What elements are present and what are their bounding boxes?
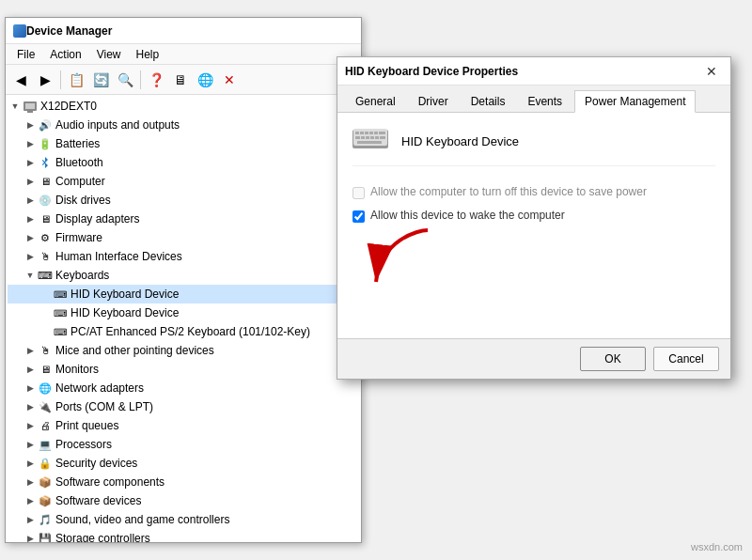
tree-item-softwaredev[interactable]: ▶ Software devices [8, 491, 359, 510]
tree-item-monitors[interactable]: ▶ Monitors [8, 360, 359, 379]
hid-toggle[interactable]: ▶ [23, 249, 38, 264]
svg-rect-1 [25, 103, 35, 109]
tree-item-display[interactable]: ▶ Display adapters [8, 210, 359, 228]
tab-general[interactable]: General [345, 90, 406, 113]
tree-item-hid-keyboard-2[interactable]: ▶ HID Keyboard Device [8, 303, 359, 322]
tree-item-sound[interactable]: ▶ Sound, video and game controllers [8, 510, 359, 529]
ports-label: Ports (COM & LPT) [55, 400, 153, 413]
network-toggle[interactable]: ▶ [23, 381, 38, 396]
menu-help[interactable]: Help [129, 46, 167, 63]
allow-wake-checkbox[interactable] [352, 210, 365, 223]
dialog-close-button[interactable]: ✕ [700, 60, 723, 83]
print-label: Print queues [55, 419, 118, 432]
tree-item-audio[interactable]: ▶ Audio inputs and outputs [8, 116, 359, 134]
keyboards-toggle[interactable]: ▼ [23, 268, 38, 283]
allow-turnoff-label: Allow the computer to turn off this devi… [370, 185, 647, 198]
bluetooth-toggle[interactable]: ▶ [23, 155, 38, 170]
root-toggle[interactable]: ▼ [8, 99, 23, 114]
firmware-icon [38, 230, 53, 245]
tree-item-print[interactable]: ▶ Print queues [8, 416, 359, 435]
tree-item-hid[interactable]: ▶ Human Interface Devices [8, 247, 359, 266]
dialog-title: HID Keyboard Device Properties [345, 65, 700, 78]
toolbar-help-btn[interactable]: ❓ [145, 69, 167, 91]
security-toggle[interactable]: ▶ [23, 456, 38, 471]
dialog-content: HID Keyboard Device Allow the computer t… [337, 113, 730, 338]
storage-toggle[interactable]: ▶ [23, 531, 38, 542]
toolbar: ◀ ▶ 📋 🔄 🔍 ❓ 🖥 🌐 ✕ [6, 65, 361, 95]
svg-rect-2 [27, 111, 33, 113]
cancel-button[interactable]: Cancel [653, 347, 719, 371]
pcat-icon [53, 324, 68, 339]
svg-rect-7 [360, 132, 364, 134]
device-icon-large [352, 128, 390, 154]
allow-turnoff-checkbox[interactable] [352, 187, 365, 199]
disk-icon [38, 193, 53, 208]
tree-item-security[interactable]: ▶ Security devices [8, 454, 359, 473]
sound-toggle[interactable]: ▶ [23, 512, 38, 527]
firmware-label: Firmware [55, 231, 102, 244]
tree-item-network[interactable]: ▶ Network adapters [8, 379, 359, 397]
toolbar-scan-btn[interactable]: 🔍 [114, 69, 136, 91]
tree-item-batteries[interactable]: ▶ Batteries [8, 134, 359, 153]
svg-rect-12 [355, 136, 360, 139]
tree-item-pcat-keyboard[interactable]: ▶ PC/AT Enhanced PS/2 Keyboard (101/102-… [8, 322, 359, 341]
tree-item-keyboards[interactable]: ▼ Keyboards [8, 266, 359, 285]
toolbar-properties-btn[interactable]: 📋 [65, 69, 87, 91]
processors-label: Processors [55, 438, 112, 451]
toolbar-uninstall-btn[interactable]: ✕ [218, 69, 241, 91]
tree-item-processors[interactable]: ▶ Processors [8, 435, 359, 454]
menu-file[interactable]: File [9, 46, 42, 63]
svg-rect-6 [355, 132, 359, 134]
batteries-toggle[interactable]: ▶ [23, 136, 38, 151]
toolbar-update-btn[interactable]: 🔄 [89, 69, 112, 91]
hid-keyboard-2-icon [53, 305, 68, 320]
monitors-toggle[interactable]: ▶ [23, 362, 38, 377]
tree-item-disk[interactable]: ▶ Disk drives [8, 191, 359, 210]
toolbar-back-btn[interactable]: ◀ [9, 69, 32, 91]
tab-power-management[interactable]: Power Management [574, 90, 696, 113]
tree-item-bluetooth[interactable]: ▶ Bluetooth [8, 153, 359, 172]
network-icon [38, 381, 53, 396]
tree-item-computer[interactable]: ▶ Computer [8, 172, 359, 191]
tab-details[interactable]: Details [461, 90, 516, 113]
keyboard-svg [352, 128, 388, 150]
ok-button[interactable]: OK [580, 347, 646, 371]
tab-driver[interactable]: Driver [408, 90, 459, 113]
menu-view[interactable]: View [89, 46, 129, 63]
svg-marker-3 [42, 157, 48, 168]
softwaredev-toggle[interactable]: ▶ [23, 493, 38, 508]
tree-item-softwarecomp[interactable]: ▶ Software components [8, 473, 359, 491]
processors-toggle[interactable]: ▶ [23, 437, 38, 452]
toolbar-forward-btn[interactable]: ▶ [34, 69, 56, 91]
ports-toggle[interactable]: ▶ [23, 399, 38, 414]
tree-item-ports[interactable]: ▶ Ports (COM & LPT) [8, 397, 359, 416]
disk-toggle[interactable]: ▶ [23, 193, 38, 208]
allow-turnoff-row: Allow the computer to turn off this devi… [352, 185, 715, 199]
tree-root[interactable]: ▼ X12DEXT0 [8, 97, 359, 116]
toolbar-computer-btn[interactable]: 🖥 [169, 69, 192, 91]
tab-events[interactable]: Events [517, 90, 572, 113]
allow-wake-label: Allow this device to wake the computer [370, 209, 565, 222]
monitors-label: Monitors [55, 363, 99, 376]
tree-item-firmware[interactable]: ▶ Firmware [8, 228, 359, 247]
print-toggle[interactable]: ▶ [23, 418, 38, 433]
tree-item-mice[interactable]: ▶ Mice and other pointing devices [8, 341, 359, 360]
hid-keyboard-1-label: HID Keyboard Device [70, 288, 179, 301]
device-manager-window: Device Manager File Action View Help ◀ ▶… [5, 17, 362, 543]
svg-rect-11 [379, 132, 385, 134]
mice-toggle[interactable]: ▶ [23, 343, 38, 358]
computer-toggle[interactable]: ▶ [23, 174, 38, 189]
tree-item-storage[interactable]: ▶ Storage controllers [8, 529, 359, 542]
audio-toggle[interactable]: ▶ [23, 117, 38, 132]
toolbar-network-btn[interactable]: 🌐 [194, 69, 216, 91]
tree-item-hid-keyboard-1[interactable]: ▶ HID Keyboard Device [8, 285, 359, 303]
menu-action[interactable]: Action [42, 46, 88, 63]
display-toggle[interactable]: ▶ [23, 211, 38, 226]
display-label: Display adapters [55, 212, 139, 226]
softwaredev-icon [38, 493, 53, 508]
menu-bar: File Action View Help [6, 44, 361, 65]
firmware-toggle[interactable]: ▶ [23, 230, 38, 245]
softwarecomp-toggle[interactable]: ▶ [23, 474, 38, 490]
main-title-bar: Device Manager [6, 18, 361, 44]
softwarecomp-icon [38, 474, 53, 490]
